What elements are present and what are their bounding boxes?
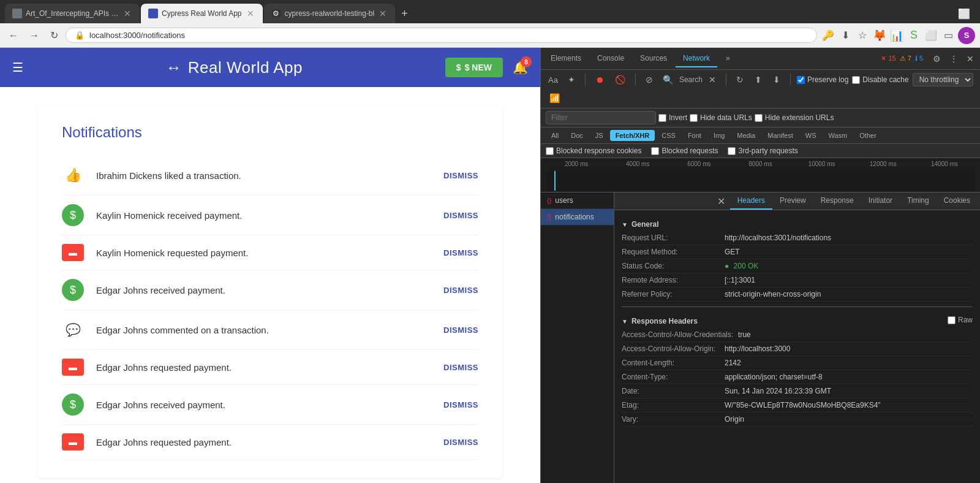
preserve-log-checkbox[interactable] — [797, 76, 805, 84]
address-bar[interactable]: 🔒 localhost:3000/notifications — [66, 28, 817, 43]
general-section-header[interactable]: ▼ General — [622, 215, 973, 231]
hide-ext-urls-label[interactable]: Hide extension URLs — [755, 113, 834, 122]
filter-type-btn-media[interactable]: Media — [731, 130, 761, 141]
reload-icon-btn[interactable]: ↻ — [733, 72, 747, 87]
clear-button[interactable]: 🚫 — [611, 72, 629, 87]
bell-button[interactable]: 🔔 8 — [513, 60, 528, 75]
blocked-requests-checkbox[interactable] — [651, 147, 659, 155]
extension-icon4[interactable]: ⬜ — [924, 28, 938, 43]
search-close-btn[interactable]: ✕ — [705, 72, 720, 87]
dismiss-button[interactable]: DISMISS — [443, 363, 478, 372]
detail-tab-preview[interactable]: Preview — [772, 192, 813, 210]
dismiss-button[interactable]: DISMISS — [443, 211, 478, 220]
tab-github[interactable]: ⚙ cypress-realworld-testing-bl ✕ — [264, 4, 396, 23]
hide-ext-urls-text: Hide extension URLs — [765, 113, 834, 122]
tab-network[interactable]: Network — [676, 50, 717, 67]
third-party-label[interactable]: 3rd-party requests — [728, 146, 797, 155]
blocked-requests-label[interactable]: Blocked requests — [651, 146, 718, 155]
hide-data-urls-checkbox[interactable] — [690, 114, 698, 122]
tab-close-art[interactable]: ✕ — [123, 7, 132, 20]
filter-input[interactable] — [546, 111, 656, 124]
response-headers-section-header[interactable]: ▼ Response Headers — [622, 312, 698, 328]
extension-icon2[interactable]: 📊 — [889, 28, 904, 43]
key-icon[interactable]: 🔑 — [821, 28, 835, 43]
tab-art[interactable]: Art_Of_Intercepting_APIs - C ✕ — [5, 4, 140, 23]
filter-type-btn-all[interactable]: All — [546, 130, 564, 141]
filter-type-btn-ws[interactable]: WS — [800, 130, 822, 141]
request-item-users[interactable]: {}users — [541, 192, 614, 209]
wifi-btn[interactable]: 📶 — [546, 91, 564, 105]
download-icon[interactable]: ⬇ — [838, 28, 853, 43]
request-name: users — [555, 196, 573, 205]
filter-type-btn-css[interactable]: CSS — [656, 130, 681, 141]
invert-checkbox[interactable] — [658, 114, 666, 122]
tab-elements[interactable]: Elements — [543, 50, 589, 67]
tab-close-cypress[interactable]: ✕ — [246, 7, 255, 20]
filter-button[interactable]: ⊘ — [642, 72, 657, 87]
detail-tab-initiator[interactable]: Initiator — [861, 192, 900, 210]
detail-tab-timing[interactable]: Timing — [900, 192, 937, 210]
filter-type-btn-js[interactable]: JS — [590, 130, 609, 141]
filter-type-btn-wasm[interactable]: Wasm — [823, 130, 853, 141]
back-button[interactable]: ← — [5, 28, 22, 44]
dismiss-button[interactable]: DISMISS — [443, 400, 478, 409]
toolbar-separator-2 — [635, 74, 636, 86]
blocked-cookies-checkbox[interactable] — [546, 147, 554, 155]
notification-item: 💬 Edgar Johns commented on a transaction… — [62, 310, 478, 350]
maximize-button[interactable]: ⬜ — [953, 8, 975, 20]
invert-checkbox-label[interactable]: Invert — [658, 113, 687, 122]
request-item-notifications[interactable]: {}notifications — [541, 209, 614, 226]
record-button[interactable]: ⏺ — [592, 72, 608, 87]
detail-tab-response[interactable]: Response — [813, 192, 861, 210]
extension-icon1[interactable]: 🦊 — [872, 28, 887, 43]
dismiss-button[interactable]: DISMISS — [443, 171, 478, 180]
extension-icon3[interactable]: S — [907, 28, 921, 43]
detail-tab-headers[interactable]: Headers — [730, 192, 772, 210]
disable-cache-checkbox[interactable] — [852, 76, 860, 84]
devtools-close-btn[interactable]: ✕ — [963, 51, 978, 66]
hamburger-button[interactable]: ☰ — [12, 60, 23, 75]
filter-type-btn-manifest[interactable]: Manifest — [762, 130, 799, 141]
dismiss-button[interactable]: DISMISS — [443, 438, 478, 447]
devtools-more-btn[interactable]: ⋮ — [946, 51, 962, 66]
tab-close-github[interactable]: ✕ — [378, 7, 388, 20]
throttle-select[interactable]: No throttling — [913, 73, 973, 86]
raw-checkbox-label[interactable]: Raw — [948, 316, 973, 324]
tab-cypress[interactable]: Cypress Real World App ✕ — [141, 4, 263, 23]
new-tab-button[interactable]: + — [396, 7, 413, 20]
filter-type-btn-doc[interactable]: Doc — [565, 130, 589, 141]
filter-type-btn-img[interactable]: Img — [708, 130, 730, 141]
detail-tab-cookies[interactable]: Cookies — [937, 192, 978, 210]
profile-icon[interactable]: S — [958, 27, 975, 44]
new-transaction-button[interactable]: $ $ NEW — [445, 58, 503, 77]
dismiss-button[interactable]: DISMISS — [443, 248, 478, 257]
filter-type-btn-fetch-xhr[interactable]: Fetch/XHR — [610, 130, 655, 141]
forward-button[interactable]: → — [26, 28, 43, 44]
hide-data-urls-label[interactable]: Hide data URLs — [690, 113, 752, 122]
dismiss-button[interactable]: DISMISS — [443, 286, 478, 295]
filter-type-btn-other[interactable]: Other — [854, 130, 882, 141]
timeline-label: 10000 ms — [791, 161, 853, 167]
address-text: localhost:3000/notifications — [89, 31, 808, 40]
tab-console[interactable]: Console — [590, 50, 631, 67]
filter-type-btn-font[interactable]: Font — [682, 130, 707, 141]
reload-button[interactable]: ↻ — [47, 27, 62, 44]
tab-more[interactable]: » — [718, 50, 737, 67]
third-party-checkbox[interactable] — [728, 147, 736, 155]
sidebar-icon[interactable]: ▭ — [941, 28, 956, 43]
hide-ext-urls-checkbox[interactable] — [755, 114, 763, 122]
upload-btn[interactable]: ⬆ — [751, 72, 766, 87]
detail-close-btn[interactable]: ✕ — [712, 196, 730, 207]
raw-checkbox[interactable] — [948, 316, 956, 324]
tab-sources[interactable]: Sources — [633, 50, 674, 67]
download-btn[interactable]: ⬇ — [769, 72, 784, 87]
devtools-settings-btn[interactable]: ⚙ — [929, 51, 944, 66]
preserve-log-checkbox-label[interactable]: Preserve log — [797, 75, 848, 84]
status-code-row: Status Code: ● 200 OK — [622, 259, 973, 273]
dismiss-button[interactable]: DISMISS — [443, 325, 478, 335]
bookmark-icon[interactable]: ☆ — [855, 28, 870, 43]
text-settings-btn[interactable]: ✦ — [564, 72, 579, 87]
search-button[interactable]: 🔍 — [659, 72, 677, 87]
blocked-cookies-label[interactable]: Blocked response cookies — [546, 146, 641, 155]
disable-cache-checkbox-label[interactable]: Disable cache — [852, 75, 908, 84]
